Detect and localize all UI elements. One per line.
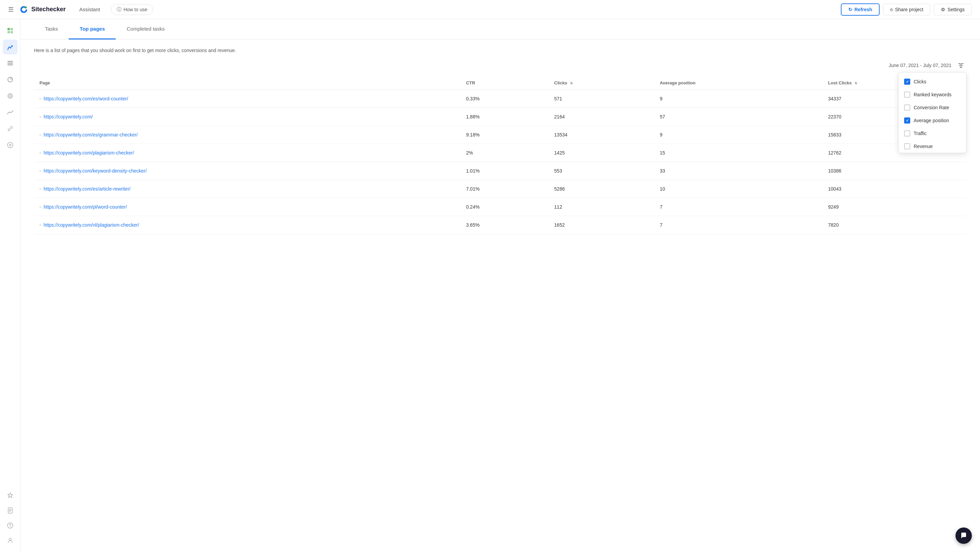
dropdown-item-ranked-keywords[interactable]: Ranked keywords <box>899 88 966 101</box>
sidebar-item-add[interactable] <box>3 137 18 153</box>
checkbox-traffic[interactable] <box>904 130 910 137</box>
refresh-label: Refresh <box>854 7 872 12</box>
share-button[interactable]: ⎋ Share project <box>883 4 930 15</box>
svg-point-19 <box>10 527 11 527</box>
how-to-use-button[interactable]: ⓘ How to use <box>111 4 153 15</box>
svg-rect-1 <box>8 28 10 30</box>
tab-tasks[interactable]: Tasks <box>34 19 69 40</box>
checkbox-average-position[interactable] <box>904 118 910 124</box>
checkbox-conversion-rate[interactable] <box>904 105 910 111</box>
dropdown-label-conversion-rate: Conversion Rate <box>914 105 949 110</box>
row-expand-2[interactable]: › <box>40 132 41 137</box>
table-row: › https://copywritely.com/pl/word-counte… <box>34 198 966 216</box>
checkbox-clicks[interactable] <box>904 79 910 85</box>
column-filter-dropdown: Clicks Ranked keywords Conversion Rate <box>898 72 966 153</box>
date-range: June 07, 2021 - July 07, 2021 <box>889 63 951 68</box>
cell-page-2: › https://copywritely.com/es/grammar-che… <box>34 126 461 144</box>
sidebar-item-user[interactable] <box>3 533 18 548</box>
refresh-button[interactable]: ↻ Refresh <box>841 3 880 16</box>
cell-clicks-3: 1425 <box>549 144 654 162</box>
sidebar-item-table[interactable] <box>3 56 18 71</box>
dropdown-item-traffic[interactable]: Traffic <box>899 127 966 140</box>
checkbox-ranked-keywords[interactable] <box>904 92 910 98</box>
sidebar-bottom <box>3 488 18 548</box>
page-link-7[interactable]: https://copywritely.com/nl/plagiarism-ch… <box>43 222 139 227</box>
dropdown-label-average-position: Average position <box>914 118 949 123</box>
gear-icon: ⚙ <box>941 7 945 12</box>
cell-page-0: › https://copywritely.com/es/word-counte… <box>34 90 461 108</box>
page-link-6[interactable]: https://copywritely.com/pl/word-counter/ <box>43 204 127 210</box>
row-expand-5[interactable]: › <box>40 186 41 191</box>
settings-button[interactable]: ⚙ Settings <box>934 4 972 15</box>
dropdown-item-clicks[interactable]: Clicks <box>899 75 966 88</box>
sidebar-item-dashboard[interactable] <box>3 23 18 38</box>
page-link-1[interactable]: https://copywritely.com/ <box>43 114 92 119</box>
sidebar-item-help[interactable] <box>3 518 18 533</box>
lost-clicks-sort-icon[interactable]: ⇅ <box>854 81 857 85</box>
row-expand-6[interactable]: › <box>40 205 41 209</box>
svg-rect-2 <box>11 28 13 30</box>
table-row: › https://copywritely.com/es/grammar-che… <box>34 126 966 144</box>
cell-clicks-2: 13534 <box>549 126 654 144</box>
cell-ctr-0: 0.33% <box>461 90 549 108</box>
cell-lost-clicks-6: 9249 <box>823 198 966 216</box>
sidebar-item-badge[interactable] <box>3 488 18 503</box>
settings-label: Settings <box>947 7 965 12</box>
page-subtitle: Here is a list of pages that you should … <box>34 48 966 53</box>
col-header-clicks[interactable]: Clicks ⇅ <box>549 76 654 90</box>
page-link-2[interactable]: https://copywritely.com/es/grammar-check… <box>43 132 138 137</box>
chat-button[interactable] <box>956 528 972 544</box>
cell-page-1: › https://copywritely.com/ <box>34 108 461 126</box>
chat-icon <box>960 532 967 539</box>
table-row: › https://copywritely.com/es/word-counte… <box>34 90 966 108</box>
share-label: Share project <box>895 7 923 12</box>
svg-point-8 <box>11 45 12 46</box>
col-header-avg-position: Average position <box>654 76 823 90</box>
row-expand-1[interactable]: › <box>40 115 41 119</box>
col-header-ctr: CTR <box>461 76 549 90</box>
sidebar-item-pie[interactable] <box>3 72 18 87</box>
page-link-5[interactable]: https://copywritely.com/es/article-rewri… <box>43 186 130 192</box>
cell-ctr-1: 1.88% <box>461 108 549 126</box>
dropdown-item-revenue[interactable]: Revenue <box>899 140 966 150</box>
filter-icon[interactable] <box>956 60 966 71</box>
main-content: Tasks Top pages Completed tasks Here is … <box>21 19 980 552</box>
tab-completed-tasks[interactable]: Completed tasks <box>116 19 176 40</box>
svg-point-0 <box>25 6 27 8</box>
nav-right: ↻ Refresh ⎋ Share project ⚙ Settings <box>841 3 972 16</box>
cell-ctr-6: 0.24% <box>461 198 549 216</box>
row-expand-3[interactable]: › <box>40 150 41 155</box>
dropdown-item-conversion-rate[interactable]: Conversion Rate <box>899 101 966 114</box>
dropdown-label-clicks: Clicks <box>914 79 926 84</box>
sidebar-item-chart[interactable] <box>3 105 18 120</box>
svg-rect-4 <box>11 31 13 33</box>
sidebar-item-document[interactable] <box>3 503 18 518</box>
svg-point-7 <box>10 48 11 49</box>
sidebar-item-analytics[interactable] <box>3 40 18 54</box>
page-link-3[interactable]: https://copywritely.com/plagiarism-check… <box>43 150 134 156</box>
cell-ctr-5: 7.01% <box>461 180 549 198</box>
checkbox-revenue[interactable] <box>904 143 910 150</box>
cell-clicks-5: 5286 <box>549 180 654 198</box>
clicks-sort-icon[interactable]: ⇅ <box>570 81 573 85</box>
cell-ctr-7: 3.65% <box>461 216 549 234</box>
dropdown-item-average-position[interactable]: Average position <box>899 114 966 127</box>
table-row: › https://copywritely.com/ 1.88% 2164 57… <box>34 108 966 126</box>
cell-avg-position-1: 57 <box>654 108 823 126</box>
cell-avg-position-7: 7 <box>654 216 823 234</box>
cell-page-5: › https://copywritely.com/es/article-rew… <box>34 180 461 198</box>
sidebar-item-target[interactable] <box>3 89 18 103</box>
row-expand-0[interactable]: › <box>40 96 41 101</box>
row-expand-7[interactable]: › <box>40 223 41 227</box>
cell-avg-position-6: 7 <box>654 198 823 216</box>
page-link-0[interactable]: https://copywritely.com/es/word-counter/ <box>43 96 128 102</box>
sidebar-item-links[interactable] <box>3 121 18 136</box>
hamburger-icon[interactable]: ☰ <box>8 6 14 13</box>
dropdown-label-traffic: Traffic <box>914 131 927 136</box>
svg-point-15 <box>10 95 11 97</box>
page-link-4[interactable]: https://copywritely.com/keyword-density-… <box>43 168 147 173</box>
tab-top-pages[interactable]: Top pages <box>69 19 116 40</box>
cell-clicks-6: 112 <box>549 198 654 216</box>
row-expand-4[interactable]: › <box>40 169 41 173</box>
logo-icon <box>19 5 29 14</box>
